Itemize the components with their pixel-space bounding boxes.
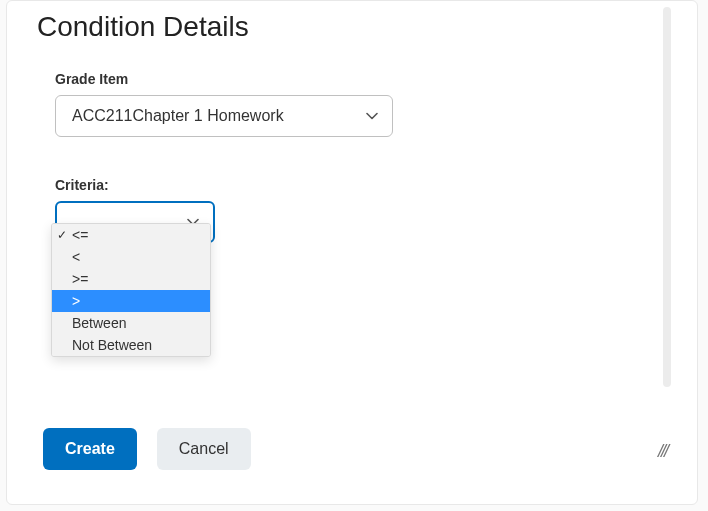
criteria-option[interactable]: Between bbox=[52, 312, 210, 334]
criteria-option-label: <= bbox=[72, 227, 88, 243]
grade-item-field: Grade Item ACC211Chapter 1 Homework bbox=[55, 71, 667, 137]
footer-actions: Create Cancel bbox=[43, 428, 251, 470]
criteria-option-label: < bbox=[72, 249, 80, 265]
scrollbar-track[interactable] bbox=[663, 7, 671, 387]
grade-item-select[interactable]: ACC211Chapter 1 Homework bbox=[55, 95, 393, 137]
grade-item-label: Grade Item bbox=[55, 71, 667, 87]
chevron-down-icon bbox=[366, 110, 378, 122]
criteria-option-label: Not Between bbox=[72, 337, 152, 353]
criteria-option[interactable]: > bbox=[52, 290, 210, 312]
criteria-option[interactable]: ✓<= bbox=[52, 224, 210, 246]
criteria-label: Criteria: bbox=[55, 177, 667, 193]
criteria-option-label: > bbox=[72, 293, 80, 309]
check-icon: ✓ bbox=[57, 228, 67, 242]
criteria-option-label: >= bbox=[72, 271, 88, 287]
criteria-option-label: Between bbox=[72, 315, 126, 331]
condition-details-panel: Condition Details Grade Item ACC211Chapt… bbox=[6, 0, 698, 505]
resize-grip-icon[interactable]: /// bbox=[658, 441, 667, 462]
criteria-option[interactable]: < bbox=[52, 246, 210, 268]
cancel-button[interactable]: Cancel bbox=[157, 428, 251, 470]
criteria-option[interactable]: >= bbox=[52, 268, 210, 290]
page-title: Condition Details bbox=[37, 11, 667, 43]
criteria-dropdown[interactable]: ✓<=<>=>BetweenNot Between bbox=[51, 223, 211, 357]
criteria-option[interactable]: Not Between bbox=[52, 334, 210, 356]
create-button[interactable]: Create bbox=[43, 428, 137, 470]
grade-item-selected-value: ACC211Chapter 1 Homework bbox=[72, 107, 284, 125]
